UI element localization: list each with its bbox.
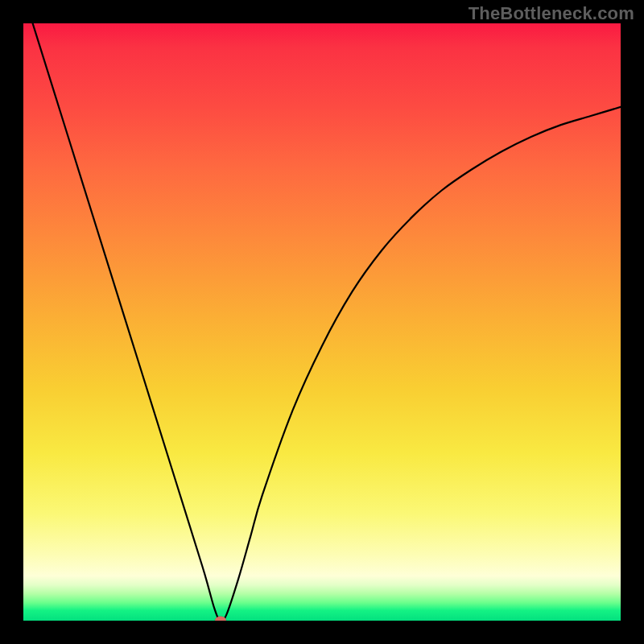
- watermark-text: TheBottleneck.com: [469, 3, 634, 24]
- optimum-marker: [215, 617, 226, 621]
- plot-area: [23, 23, 621, 621]
- bottleneck-curve: [23, 23, 621, 621]
- chart-frame: TheBottleneck.com: [0, 0, 644, 644]
